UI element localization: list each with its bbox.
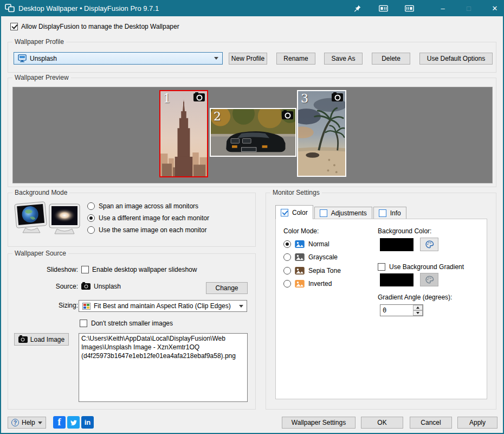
monitor-3-preview[interactable]: 3 <box>297 90 346 177</box>
change-source-button[interactable]: Change <box>206 282 248 294</box>
spinner-down-button[interactable] <box>413 310 423 316</box>
save-as-button[interactable]: Save As <box>324 53 363 65</box>
delete-button[interactable]: Delete <box>372 53 410 65</box>
dont-stretch-option[interactable]: Don't stretch smaller images <box>80 319 173 328</box>
normal-radio[interactable] <box>283 240 291 248</box>
monitor-2-preview[interactable]: 2 <box>210 108 296 157</box>
wallpaper-preview-group-label: Wallpaper Preview <box>12 74 71 81</box>
image-path-textbox[interactable]: C:\Users\Keith\AppData\Local\DisplayFusi… <box>79 333 248 402</box>
background-color-swatch[interactable] <box>380 238 413 251</box>
color-mode-label: Color Mode: <box>283 227 319 235</box>
new-profile-button[interactable]: New Profile <box>229 53 267 65</box>
span-image-option[interactable]: Span an image across all monitors <box>87 202 198 210</box>
different-image-label: Use a different image for each monitor <box>99 214 209 222</box>
camera-icon[interactable] <box>332 93 343 101</box>
dont-stretch-checkbox[interactable] <box>80 320 87 327</box>
wallpaper-settings-button[interactable]: Wallpaper Settings <box>282 417 356 429</box>
enable-slideshow-checkbox[interactable] <box>81 266 89 273</box>
use-background-gradient-option[interactable]: Use Background Gradient <box>378 263 464 271</box>
camera-icon[interactable] <box>193 93 205 101</box>
info-tab-checkbox[interactable] <box>379 209 386 217</box>
color-mode-inverted-option[interactable]: Inverted <box>283 279 332 288</box>
move-to-previous-monitor-icon[interactable] <box>374 0 392 16</box>
gradient-color-picker-button <box>420 273 438 286</box>
color-mode-grayscale-option[interactable]: Grayscale <box>283 253 338 261</box>
wallpaper-preview-group: Wallpaper Preview <box>8 78 496 187</box>
grayscale-radio[interactable] <box>283 253 291 261</box>
camera-icon[interactable] <box>282 111 293 119</box>
profile-dropdown-value: Unsplash <box>30 55 57 62</box>
titlebar[interactable]: Desktop Wallpaper • DisplayFusion Pro 9.… <box>0 0 504 16</box>
sizing-dropdown[interactable]: Fit Best and maintain Aspect Ratio (Clip… <box>79 300 247 312</box>
span-image-label: Span an image across all monitors <box>99 202 198 210</box>
source-label: Source: <box>14 283 78 290</box>
allow-manage-row: Allow DisplayFusion to manage the Deskto… <box>10 23 179 30</box>
load-image-button[interactable]: Load Image <box>14 333 69 346</box>
dual-monitor-illustration <box>14 201 81 240</box>
monitor-1-preview[interactable]: 1 <box>159 90 208 177</box>
chevron-down-icon <box>239 305 243 308</box>
grayscale-label: Grayscale <box>308 253 338 261</box>
different-image-option[interactable]: Use a different image for each monitor <box>87 214 209 222</box>
monitor-2-number: 2 <box>214 110 221 123</box>
background-mode-group-label: Background Mode <box>12 189 69 196</box>
twitter-icon[interactable] <box>67 416 80 429</box>
color-tab-panel: Color Mode: Normal Grayscale <box>275 219 487 399</box>
down-arrow-icon <box>416 312 419 314</box>
window-controls: – □ ✕ <box>348 0 504 16</box>
gradient-angle-input[interactable] <box>380 305 413 316</box>
color-tab-checkbox[interactable] <box>281 209 288 216</box>
same-image-radio[interactable] <box>87 226 95 234</box>
different-image-radio[interactable] <box>87 214 95 222</box>
monitor-settings-group: Monitor Settings Color Adjustments Info … <box>266 193 496 410</box>
use-background-gradient-checkbox[interactable] <box>378 263 385 271</box>
tab-info[interactable]: Info <box>373 207 406 219</box>
close-button[interactable]: ✕ <box>486 0 504 16</box>
gradient-angle-spinner[interactable] <box>380 304 423 316</box>
rename-button[interactable]: Rename <box>276 53 315 65</box>
pin-window-icon[interactable] <box>348 0 366 16</box>
load-image-label: Load Image <box>30 336 64 343</box>
wallpaper-source-group: Wallpaper Source Slideshow: Enable deskt… <box>8 253 256 410</box>
allow-manage-label: Allow DisplayFusion to manage the Deskto… <box>21 23 179 30</box>
inverted-radio[interactable] <box>283 280 291 288</box>
dont-stretch-label: Don't stretch smaller images <box>91 320 173 327</box>
gradient-color-swatch[interactable] <box>380 273 413 286</box>
wallpaper-source-group-label: Wallpaper Source <box>12 250 68 257</box>
grayscale-image-icon <box>295 253 305 261</box>
help-button[interactable]: ? Help <box>8 417 46 429</box>
chevron-down-icon <box>214 57 218 60</box>
move-to-next-monitor-icon[interactable] <box>400 0 418 16</box>
adjustments-tab-checkbox[interactable] <box>320 209 327 217</box>
palette-icon-disabled <box>424 275 435 284</box>
ok-button[interactable]: OK <box>361 417 403 429</box>
palette-icon <box>424 240 435 249</box>
facebook-icon[interactable]: f <box>53 416 66 429</box>
tab-color[interactable]: Color <box>275 205 313 219</box>
profile-dropdown[interactable]: Unsplash <box>14 52 223 65</box>
span-image-radio[interactable] <box>87 202 95 210</box>
spinner-up-button[interactable] <box>413 305 423 310</box>
linkedin-icon[interactable]: in <box>81 416 94 429</box>
color-mode-sepia-option[interactable]: Sepia Tone <box>283 266 341 275</box>
monitor-3-number: 3 <box>301 92 308 105</box>
inverted-label: Inverted <box>308 280 332 288</box>
minimize-button[interactable]: – <box>434 0 452 16</box>
use-default-options-button[interactable]: Use Default Options <box>419 53 493 65</box>
sizing-grid-icon <box>82 303 91 310</box>
sizing-dropdown-value: Fit Best and maintain Aspect Ratio (Clip… <box>94 302 231 310</box>
sepia-radio[interactable] <box>283 267 291 275</box>
cancel-button[interactable]: Cancel <box>410 417 452 429</box>
wallpaper-profile-group: Wallpaper Profile Unsplash New Profile R… <box>8 42 496 73</box>
apply-button[interactable]: Apply <box>457 417 497 429</box>
color-mode-normal-option[interactable]: Normal <box>283 240 329 248</box>
monitor-1-number: 1 <box>163 92 171 105</box>
same-image-option[interactable]: Use the same image on each monitor <box>87 226 206 234</box>
allow-manage-checkbox[interactable] <box>10 23 18 30</box>
slideshow-row: Slideshow: Enable desktop wallpaper slid… <box>14 266 197 273</box>
tab-adjustments[interactable]: Adjustments <box>314 207 372 219</box>
wallpaper-profile-group-label: Wallpaper Profile <box>12 38 66 46</box>
spinner-buttons <box>413 305 423 316</box>
background-color-picker-button[interactable] <box>420 238 438 251</box>
preview-area: 1 <box>12 87 493 183</box>
